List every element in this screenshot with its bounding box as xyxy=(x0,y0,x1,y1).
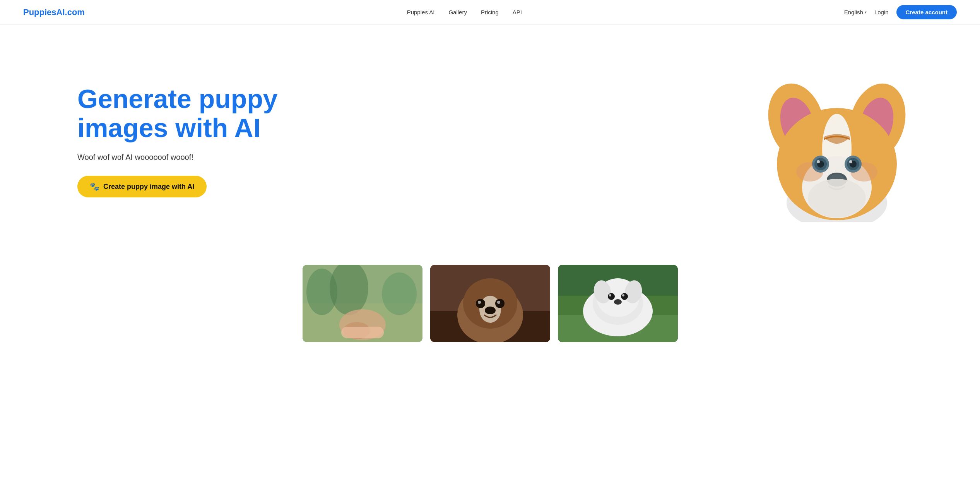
language-selector[interactable]: English ▾ xyxy=(844,9,867,15)
corgi-illustration xyxy=(756,60,918,222)
svg-point-39 xyxy=(485,307,496,314)
svg-rect-29 xyxy=(341,327,384,338)
nav-links: Puppies AI Gallery Pricing API xyxy=(407,9,522,16)
gallery-image-2 xyxy=(430,265,550,342)
nav-api[interactable]: API xyxy=(513,9,522,15)
hero-section: Generate puppy images with AI Woof wof w… xyxy=(0,25,980,249)
svg-point-35 xyxy=(476,299,485,308)
create-puppy-label: Create puppy image with AI xyxy=(103,183,194,191)
svg-point-52 xyxy=(614,299,622,305)
svg-point-38 xyxy=(497,301,500,304)
gallery-image-1 xyxy=(303,265,422,342)
create-account-button[interactable]: Create account xyxy=(896,5,957,19)
navbar: PuppiesAI.com Puppies AI Gallery Pricing… xyxy=(0,0,980,25)
hero-title: Generate puppy images with AI xyxy=(77,84,279,142)
chevron-down-icon: ▾ xyxy=(865,10,867,14)
hero-subtitle: Woof wof wof AI woooooof wooof! xyxy=(77,153,279,162)
svg-point-18 xyxy=(849,160,852,163)
svg-point-14 xyxy=(817,160,820,163)
svg-point-50 xyxy=(609,294,611,296)
svg-point-51 xyxy=(622,294,624,296)
hero-content: Generate puppy images with AI Woof wof w… xyxy=(77,84,279,198)
login-link[interactable]: Login xyxy=(874,9,889,15)
nav-puppies-ai[interactable]: Puppies AI xyxy=(407,9,435,15)
svg-point-48 xyxy=(608,293,615,300)
site-logo[interactable]: PuppiesAI.com xyxy=(23,7,85,17)
svg-point-26 xyxy=(382,272,417,315)
paw-icon: 🐾 xyxy=(90,182,99,191)
language-label: English xyxy=(844,9,863,15)
nav-gallery[interactable]: Gallery xyxy=(448,9,467,15)
nav-pricing[interactable]: Pricing xyxy=(481,9,499,15)
nav-right: English ▾ Login Create account xyxy=(844,5,957,19)
create-puppy-button[interactable]: 🐾 Create puppy image with AI xyxy=(77,176,207,197)
svg-point-49 xyxy=(621,293,628,300)
svg-point-37 xyxy=(478,301,481,304)
svg-point-36 xyxy=(495,299,505,308)
gallery-section xyxy=(0,249,980,342)
gallery-image-3 xyxy=(558,265,678,342)
svg-point-21 xyxy=(808,179,866,218)
